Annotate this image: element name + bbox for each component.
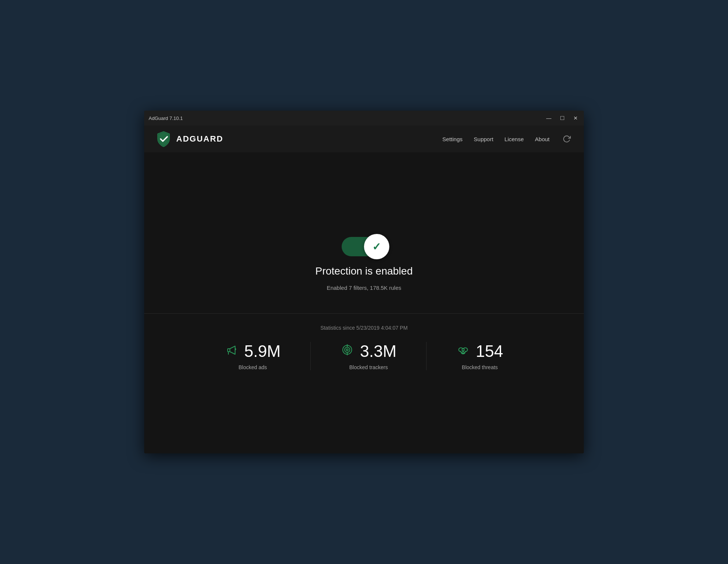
blocked-ads-label: Blocked ads	[238, 364, 267, 370]
blocked-trackers-label: Blocked trackers	[349, 364, 387, 370]
refresh-icon	[563, 135, 571, 143]
megaphone-icon	[225, 343, 238, 359]
svg-rect-0	[228, 349, 230, 352]
nav-support[interactable]: Support	[474, 136, 494, 142]
blocked-threats-label: Blocked threats	[462, 364, 498, 370]
blocked-ads-value: 5.9M	[244, 342, 281, 361]
logo: ADGUARD	[155, 131, 223, 147]
svg-point-3	[345, 347, 350, 352]
stat-blocked-threats: 154 Blocked threats	[426, 342, 533, 370]
target-icon	[341, 343, 354, 359]
nav-about[interactable]: About	[535, 136, 550, 142]
blocked-threats-value: 154	[476, 342, 503, 361]
adguard-shield-icon	[155, 131, 172, 147]
protection-subtitle: Enabled 7 filters, 178.5K rules	[327, 285, 401, 291]
stats-date: Statistics since 5/23/2019 4:04:07 PM	[144, 325, 584, 331]
protection-title: Protection is enabled	[315, 265, 413, 277]
app-title: AdGuard 7.10.1	[149, 115, 183, 121]
window-controls: — ☐ ✕	[545, 114, 579, 122]
svg-point-4	[346, 349, 348, 351]
protection-toggle[interactable]: ✓	[342, 235, 386, 258]
blocked-trackers-value: 3.3M	[360, 342, 396, 361]
titlebar: AdGuard 7.10.1 — ☐ ✕	[144, 111, 584, 126]
close-button[interactable]: ✕	[572, 114, 579, 122]
stat-blocked-trackers: 3.3M Blocked trackers	[310, 342, 426, 370]
stats-section: Statistics since 5/23/2019 4:04:07 PM	[144, 313, 584, 370]
logo-text: ADGUARD	[176, 134, 223, 144]
app-window: AdGuard 7.10.1 — ☐ ✕ ADGUARD Settings Su…	[144, 111, 584, 453]
restore-button[interactable]: ☐	[558, 114, 566, 122]
protection-section: ✓ Protection is enabled Enabled 7 filter…	[315, 235, 413, 291]
toggle-thumb: ✓	[364, 234, 389, 259]
nav-menu: Settings Support License About	[442, 133, 573, 145]
refresh-button[interactable]	[561, 133, 573, 145]
toggle-check-icon: ✓	[372, 241, 381, 253]
nav-settings[interactable]: Settings	[442, 136, 462, 142]
biohazard-icon	[456, 343, 470, 359]
minimize-button[interactable]: —	[545, 114, 553, 122]
stat-blocked-ads: 5.9M Blocked ads	[195, 342, 310, 370]
main-content: ✓ Protection is enabled Enabled 7 filter…	[144, 152, 584, 453]
nav-license[interactable]: License	[504, 136, 524, 142]
stats-grid: 5.9M Blocked ads	[144, 342, 584, 370]
header: ADGUARD Settings Support License About	[144, 126, 584, 152]
